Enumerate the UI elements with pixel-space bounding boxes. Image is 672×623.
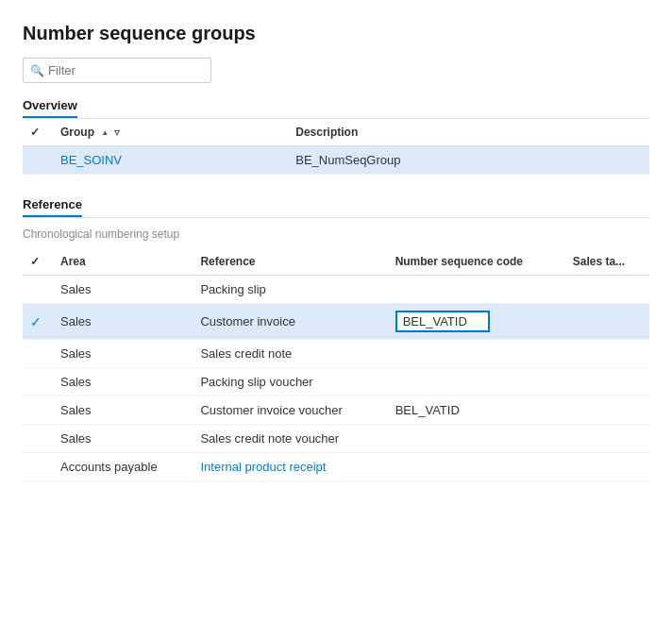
row-num-seq-code (386, 276, 563, 304)
row-area: Sales (51, 340, 191, 368)
row-reference: Internal product receipt (191, 453, 385, 481)
row-reference: Customer invoice voucher (191, 396, 385, 425)
page-title: Number sequence groups (23, 23, 649, 44)
overview-tab[interactable]: Overview (23, 98, 77, 118)
row-reference: Packing slip voucher (191, 368, 385, 396)
row-check (23, 368, 51, 396)
row-sales-ta (563, 276, 649, 304)
check-header-icon: ✓ (30, 126, 40, 139)
row-sales-ta (563, 396, 649, 425)
ref-link[interactable]: Internal product receipt (200, 460, 326, 474)
table-row[interactable]: SalesSales credit note voucher (23, 425, 649, 453)
reference-tab[interactable]: Reference (23, 197, 82, 217)
group-link[interactable]: BE_SOINV (60, 153, 122, 167)
reference-table: ✓ Area Reference Number sequence code Sa (23, 248, 649, 481)
row-group: BE_SOINV (51, 146, 286, 175)
row-area: Accounts payable (51, 453, 191, 481)
row-check (23, 340, 51, 368)
table-row[interactable]: Accounts payableInternal product receipt (23, 453, 649, 481)
ref-col-area: Area (51, 248, 191, 276)
table-row[interactable]: SalesCustomer invoice voucherBEL_VATID (23, 396, 649, 425)
row-check (23, 276, 51, 304)
filter-input[interactable] (23, 58, 211, 83)
ref-col-sales-ta: Sales ta... (563, 248, 649, 276)
overview-table: ✓ Group ▲ ▿ Description (23, 119, 649, 175)
row-area: Sales (51, 304, 191, 340)
row-area: Sales (51, 368, 191, 396)
overview-col-description: Description (286, 119, 649, 146)
overview-col-check: ✓ (23, 119, 51, 146)
row-check (23, 453, 51, 481)
table-row[interactable]: SalesPacking slip (23, 276, 649, 304)
row-num-seq-code (386, 340, 563, 368)
filter-wrapper: 🔍 (23, 58, 211, 83)
reference-section: Reference Chronological numbering setup … (23, 197, 649, 481)
row-num-seq-code (386, 368, 563, 396)
table-row[interactable]: BE_SOINV BE_NumSeqGroup (23, 146, 649, 175)
chronological-label: Chronological numbering setup (23, 227, 649, 241)
row-check (23, 396, 51, 425)
ref-col-reference: Reference (191, 248, 385, 276)
overview-table-wrapper: ✓ Group ▲ ▿ Description (23, 119, 649, 175)
row-sales-ta (563, 304, 649, 340)
table-row[interactable]: ✓SalesCustomer invoice (23, 304, 649, 340)
row-sales-ta (563, 425, 649, 453)
sort-icons[interactable]: ▲ (101, 129, 109, 137)
row-description: BE_NumSeqGroup (286, 146, 649, 175)
row-reference: Sales credit note voucher (191, 425, 385, 453)
row-check (23, 425, 51, 453)
row-num-seq-code (386, 453, 563, 481)
row-sales-ta (563, 340, 649, 368)
row-check: ✓ (23, 304, 51, 340)
row-check (23, 146, 51, 175)
row-reference: Sales credit note (191, 340, 385, 368)
num-seq-input[interactable] (395, 311, 490, 332)
ref-check-header: ✓ (30, 255, 40, 268)
row-reference: Packing slip (191, 276, 385, 304)
row-num-seq-code[interactable] (386, 304, 563, 340)
row-num-seq-code: BEL_VATID (386, 396, 563, 425)
table-row[interactable]: SalesSales credit note (23, 340, 649, 368)
sort-up-icon: ▲ (101, 129, 109, 137)
search-icon: 🔍 (30, 64, 44, 77)
row-num-seq-code (386, 425, 563, 453)
checkmark-icon: ✓ (30, 314, 42, 329)
row-sales-ta (563, 368, 649, 396)
reference-table-wrapper: ✓ Area Reference Number sequence code Sa (23, 248, 649, 481)
ref-col-num-seq: Number sequence code (386, 248, 563, 276)
row-reference: Customer invoice (191, 304, 385, 340)
row-sales-ta (563, 453, 649, 481)
row-area: Sales (51, 396, 191, 425)
overview-section: Overview ✓ Group ▲ ▿ (23, 98, 649, 175)
row-area: Sales (51, 276, 191, 304)
col-filter-icon[interactable]: ▿ (114, 126, 120, 138)
row-area: Sales (51, 425, 191, 453)
overview-col-group: Group ▲ ▿ (51, 119, 286, 146)
ref-col-check: ✓ (23, 248, 51, 276)
page-container: Number sequence groups 🔍 Overview ✓ Grou… (0, 0, 672, 623)
table-row[interactable]: SalesPacking slip voucher (23, 368, 649, 396)
